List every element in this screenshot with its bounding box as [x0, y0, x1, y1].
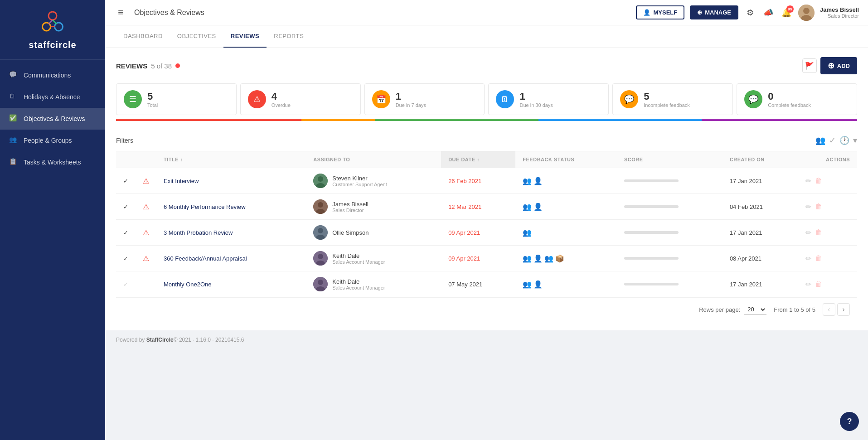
sidebar-item-people[interactable]: 👥 People & Groups — [0, 130, 105, 151]
warning-icon: ⚠ — [143, 229, 149, 237]
row1-delete-icon[interactable]: 🗑 — [815, 177, 822, 185]
row3-due-date-text: 09 Apr 2021 — [448, 229, 480, 236]
row4-edit-icon[interactable]: ✏ — [805, 254, 811, 263]
th-actions: ACTIONS — [798, 151, 857, 168]
row3-edit-icon[interactable]: ✏ — [805, 228, 811, 237]
stat-due7-number: 1 — [396, 91, 426, 102]
sidebar-item-tasks[interactable]: 📋 Tasks & Worksheets — [0, 151, 105, 173]
row4-delete-icon[interactable]: 🗑 — [815, 254, 822, 263]
stat-due7-label: Due in 7 days — [396, 102, 426, 108]
tab-dashboard[interactable]: DASHBOARD — [116, 25, 170, 48]
manage-plus-icon: ⊕ — [697, 9, 702, 16]
sidebar-item-holidays[interactable]: 🗓 Holidays & Absence — [0, 86, 105, 108]
add-button[interactable]: ⊕ ADD — [820, 57, 857, 74]
row4-check[interactable]: ✓ — [116, 246, 136, 271]
row5-title[interactable]: Monthly One2One — [156, 271, 306, 297]
filter-people-icon[interactable]: 👥 — [815, 135, 825, 145]
myself-label: MYSELF — [653, 9, 677, 16]
row1-check[interactable]: ✓ — [116, 168, 136, 194]
filters-bar: Filters 👥 ✓ 🕐 ▾ — [116, 130, 857, 151]
filter-history-icon[interactable]: 🕐 — [839, 135, 849, 145]
row1-edit-icon[interactable]: ✏ — [805, 177, 811, 185]
sidebar-item-label: Holidays & Absence — [24, 93, 80, 101]
rows-per-page-label: Rows per page: — [699, 306, 740, 313]
sidebar-item-objectives[interactable]: ✅ Objectives & Reviews — [0, 108, 105, 130]
row2-edit-icon[interactable]: ✏ — [805, 203, 811, 211]
row5-assignee-name: Keith Dale — [332, 278, 385, 285]
svg-line-4 — [53, 20, 57, 24]
row2-check[interactable]: ✓ — [116, 194, 136, 220]
manage-button[interactable]: ⊕ MANAGE — [690, 5, 738, 19]
settings-icon[interactable]: ⚙ — [744, 6, 756, 19]
due-date-sort-arrow: ↑ — [477, 157, 480, 162]
row1-title[interactable]: Exit Interview — [156, 168, 306, 194]
tab-reviews[interactable]: REVIEWS — [223, 25, 267, 48]
tab-objectives[interactable]: OBJECTIVES — [170, 25, 223, 48]
myself-button[interactable]: 👤 MYSELF — [636, 5, 684, 19]
row3-score — [617, 220, 723, 246]
row3-delete-icon[interactable]: 🗑 — [815, 228, 822, 237]
th-title[interactable]: TITLE ↑ — [156, 151, 306, 168]
avatar[interactable] — [798, 5, 815, 21]
row4-title[interactable]: 360 Feedback/Annual Appraisal — [156, 246, 306, 271]
stat-due30-icon: 🗓 — [496, 90, 514, 108]
th-score: SCORE — [617, 151, 723, 168]
megaphone-icon[interactable]: 📣 — [762, 6, 775, 19]
content-inner: DASHBOARD OBJECTIVES REVIEWS REPORTS REV… — [105, 25, 868, 330]
notifications-icon[interactable]: 🔔 99 — [780, 6, 793, 19]
row4-created: 08 Apr 2021 — [723, 246, 798, 271]
page-info: From 1 to 5 of 5 — [774, 306, 815, 313]
filter-check-icon[interactable]: ✓ — [829, 135, 836, 145]
row4-title-text: 360 Feedback/Annual Appraisal — [164, 255, 247, 262]
row2-title[interactable]: 6 Monthly Performance Review — [156, 194, 306, 220]
feedback-person-icon: 👤 — [533, 203, 543, 211]
help-button[interactable]: ? — [840, 412, 859, 431]
row3-check[interactable]: ✓ — [116, 220, 136, 246]
row2-warn: ⚠ — [136, 194, 156, 220]
row4-due-date-text: 09 Apr 2021 — [448, 255, 480, 262]
prev-page-button[interactable]: ‹ — [823, 303, 835, 316]
svg-point-10 — [318, 176, 323, 182]
table-head: TITLE ↑ ASSIGNED TO DUE DATE ↑ — [116, 151, 857, 168]
red-dot-indicator — [175, 63, 180, 68]
tabs-bar: DASHBOARD OBJECTIVES REVIEWS REPORTS — [105, 25, 868, 48]
table-header-row: TITLE ↑ ASSIGNED TO DUE DATE ↑ — [116, 151, 857, 168]
stat-due7-icon: 📅 — [372, 90, 390, 108]
filter-chevron-icon[interactable]: ▾ — [853, 135, 857, 145]
filters-label: Filters — [116, 137, 133, 144]
tab-reports[interactable]: REPORTS — [267, 25, 311, 48]
row5-check[interactable]: ✓ — [116, 271, 136, 297]
stat-incomplete: 💬 5 Incomplete feedback — [612, 83, 733, 115]
flag-button[interactable]: 🚩 — [802, 58, 817, 73]
sidebar-nav: 💬 Communications 🗓 Holidays & Absence ✅ … — [0, 60, 105, 440]
row4-assignee-role: Sales Account Manager — [332, 259, 385, 265]
rows-per-page-select[interactable]: 20 50 100 — [744, 305, 766, 314]
hamburger-icon[interactable]: ≡ — [114, 6, 127, 19]
stat-complete-label: Complete feedback — [768, 102, 811, 108]
progress-orange — [301, 119, 376, 121]
stat-due30-label: Due in 30 days — [519, 102, 553, 108]
sidebar-item-communications[interactable]: 💬 Communications — [0, 64, 105, 86]
row1-assignee: Steven Kilner Customer Support Agent — [306, 168, 441, 194]
row5-delete-icon[interactable]: 🗑 — [815, 280, 822, 289]
logo-area: staffcircle — [0, 0, 105, 60]
reviews-header: REVIEWS 5 of 38 🚩 ⊕ ADD — [116, 57, 857, 74]
row3-actions: ✏ 🗑 — [798, 220, 857, 246]
progress-purple — [702, 119, 857, 121]
feedback-box-icon: 📦 — [555, 254, 564, 263]
svg-point-19 — [318, 254, 323, 259]
feedback-group-icon: 👥 — [523, 177, 532, 185]
next-page-button[interactable]: › — [837, 303, 850, 316]
row1-due-date: 26 Feb 2021 — [441, 168, 515, 194]
page-title: Objectives & Reviews — [134, 9, 204, 17]
row5-assignee: Keith Dale Sales Account Manager — [306, 271, 441, 297]
row3-title[interactable]: 3 Month Probation Review — [156, 220, 306, 246]
th-due-date[interactable]: DUE DATE ↑ — [441, 151, 515, 168]
row5-edit-icon[interactable]: ✏ — [805, 280, 811, 289]
row2-delete-icon[interactable]: 🗑 — [815, 203, 822, 211]
manage-label: MANAGE — [705, 9, 731, 16]
row4-score — [617, 246, 723, 271]
row4-feedback: 👥 👤 👥 📦 — [515, 246, 617, 271]
th-title-label: TITLE — [164, 157, 179, 162]
row3-warn: ⚠ — [136, 220, 156, 246]
